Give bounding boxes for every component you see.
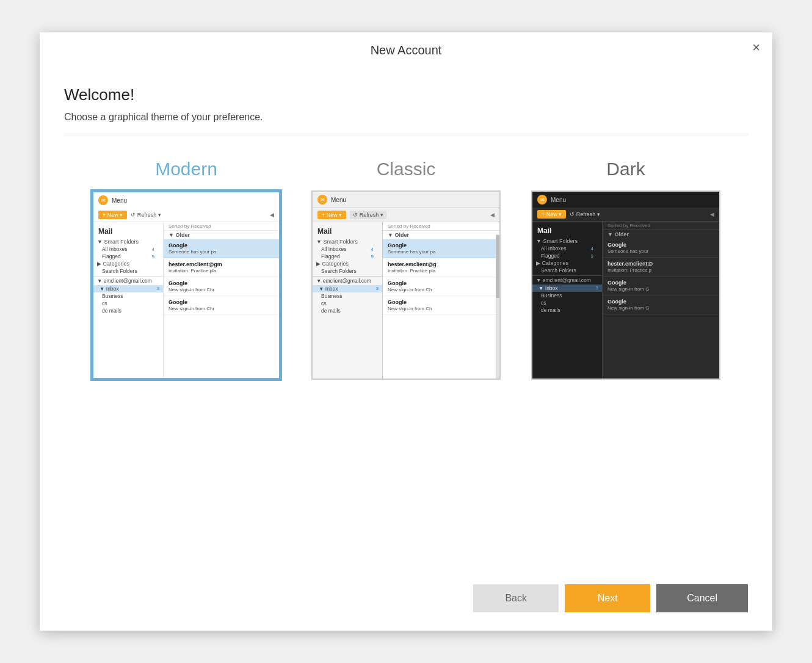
modern-back-arrow: ◀ [270, 212, 274, 218]
theme-modern-label: Modern [155, 159, 217, 179]
classic-menu-text: Menu [331, 197, 346, 203]
dialog-footer: Back Next Cancel [40, 572, 772, 631]
theme-dark[interactable]: Dark ✉ Menu + New ▾ ↺ Refresh ▾ ◀ [528, 159, 723, 380]
dark-mail-title: Mail [532, 225, 602, 236]
modern-refresh-btn: ↺ Refresh ▾ [131, 212, 161, 218]
theme-classic-label: Classic [377, 159, 436, 179]
classic-new-btn: + New ▾ [317, 211, 346, 219]
dark-new-btn: + New ▾ [537, 210, 566, 219]
new-account-dialog: New Account × Welcome! Choose a graphica… [40, 32, 772, 631]
theme-dark-label: Dark [606, 159, 645, 179]
classic-mail-title: Mail [313, 226, 382, 237]
theme-classic[interactable]: Classic ✉ Menu + New ▾ ↺ Refresh ▾ ◀ [308, 159, 504, 380]
close-button[interactable]: × [752, 41, 760, 54]
classic-logo-icon: ✉ [317, 195, 327, 205]
modern-logo-icon: ✉ [98, 195, 108, 205]
theme-modern-preview[interactable]: ✉ Menu + New ▾ ↺ Refresh ▾ ◀ [92, 190, 281, 380]
theme-classic-preview[interactable]: ✉ Menu + New ▾ ↺ Refresh ▾ ◀ [311, 190, 501, 380]
classic-scrollbar [496, 234, 499, 379]
cancel-button[interactable]: Cancel [656, 584, 748, 612]
theme-dark-preview[interactable]: ✉ Menu + New ▾ ↺ Refresh ▾ ◀ [531, 190, 720, 380]
theme-modern[interactable]: Modern ✉ Menu + New ▾ ↺ Refresh ▾ ◀ [89, 159, 284, 380]
modern-mail-title: Mail [93, 226, 163, 237]
next-button[interactable]: Next [565, 584, 650, 612]
dark-refresh-btn: ↺ Refresh ▾ [570, 211, 600, 217]
classic-refresh-btn: ↺ Refresh ▾ [350, 211, 386, 219]
themes-section: Modern ✉ Menu + New ▾ ↺ Refresh ▾ ◀ [64, 134, 748, 560]
welcome-subtitle: Choose a graphical theme of your prefere… [64, 112, 748, 123]
classic-back-arrow: ◀ [490, 212, 495, 218]
dark-back-arrow: ◀ [710, 211, 714, 217]
dialog-body: Welcome! Choose a graphical theme of you… [40, 68, 772, 572]
welcome-heading: Welcome! [64, 85, 748, 104]
dialog-header: New Account × [40, 32, 772, 68]
modern-menu-text: Menu [112, 197, 127, 204]
back-button[interactable]: Back [473, 584, 559, 612]
dark-menu-text: Menu [551, 197, 566, 203]
modern-new-btn: + New ▾ [98, 211, 127, 219]
dialog-title: New Account [371, 43, 442, 57]
dark-logo-icon: ✉ [537, 195, 547, 205]
